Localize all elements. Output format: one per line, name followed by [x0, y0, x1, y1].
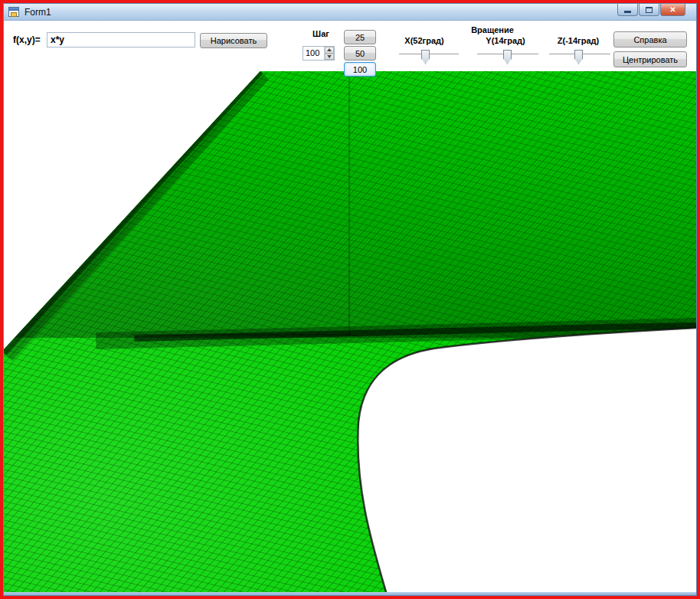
center-button[interactable]: Центрировать	[613, 51, 687, 67]
rotation-label: Вращение	[462, 25, 523, 34]
window-title: Form1	[25, 7, 51, 18]
app-window: Form1 ✕ f(x,y)= Нарисовать Шаг 100	[3, 3, 697, 596]
slider-y-label: Y(14град)	[479, 36, 532, 45]
slider-x[interactable]	[397, 48, 460, 67]
top-shading	[4, 71, 696, 338]
maximize-icon	[646, 7, 653, 13]
step-50-button[interactable]: 50	[344, 46, 376, 61]
arrow-up-icon	[327, 48, 332, 51]
help-button[interactable]: Справка	[613, 31, 687, 47]
silhouette-curve	[358, 328, 696, 592]
slider-y-thumb[interactable]	[503, 50, 512, 64]
step-updown[interactable]: 100	[303, 46, 335, 61]
step-updown-spinner	[324, 47, 334, 60]
slider-z-thumb[interactable]	[574, 50, 583, 64]
close-button[interactable]: ✕	[660, 4, 685, 16]
form-icon[interactable]	[8, 7, 19, 17]
spin-up-button[interactable]	[325, 47, 334, 54]
function-input[interactable]	[47, 32, 195, 47]
screenshot-frame: Form1 ✕ f(x,y)= Нарисовать Шаг 100	[0, 0, 700, 599]
minimize-button[interactable]	[617, 4, 638, 16]
slider-x-label: X(52град)	[397, 36, 451, 45]
draw-button[interactable]: Нарисовать	[200, 33, 267, 48]
step-25-button[interactable]: 25	[344, 30, 376, 44]
arrow-down-icon	[327, 55, 332, 58]
client-area: f(x,y)= Нарисовать Шаг 100 25 50 100 Вра…	[4, 21, 696, 595]
step-100-button[interactable]: 100	[344, 62, 376, 77]
slider-x-thumb[interactable]	[421, 50, 430, 64]
close-icon: ✕	[669, 5, 675, 14]
window-controls: ✕	[617, 4, 685, 16]
surface-plot-svg	[4, 71, 696, 592]
slider-z-label: Z(-14град)	[551, 36, 606, 45]
step-updown-value: 100	[303, 47, 324, 60]
slider-z[interactable]	[548, 48, 612, 67]
maximize-button[interactable]	[639, 4, 659, 16]
window-bottom-border	[4, 592, 696, 595]
minimize-icon	[624, 11, 631, 13]
step-label: Шаг	[304, 29, 338, 38]
titlebar[interactable]: Form1 ✕	[4, 4, 696, 21]
function-label: f(x,y)=	[13, 34, 41, 45]
slider-y[interactable]	[476, 48, 540, 67]
green-surface	[4, 71, 696, 592]
plot-canvas	[4, 71, 696, 592]
spin-down-button[interactable]	[325, 54, 334, 61]
